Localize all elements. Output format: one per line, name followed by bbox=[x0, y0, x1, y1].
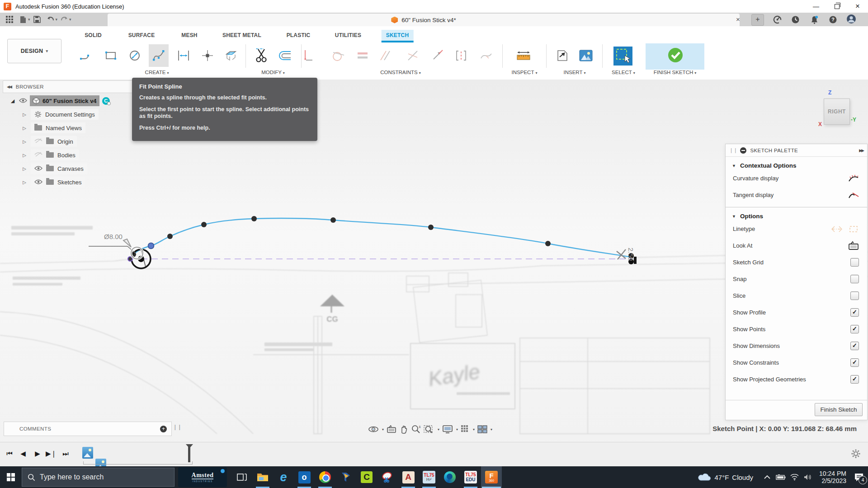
snap-checkbox[interactable] bbox=[850, 275, 859, 283]
taskbar-app-c[interactable]: C bbox=[356, 466, 377, 488]
row-look-at[interactable]: Look At bbox=[726, 237, 867, 254]
slice-checkbox[interactable] bbox=[850, 291, 859, 300]
grid-snap-caret-icon[interactable]: ▾ bbox=[473, 427, 475, 432]
show-profile-checkbox[interactable]: ✓ bbox=[850, 308, 859, 317]
taskbar-internet-explorer[interactable]: e bbox=[273, 466, 294, 488]
save-button[interactable] bbox=[30, 14, 44, 25]
timeline-canvas-feature[interactable] bbox=[82, 447, 93, 459]
group-create[interactable]: CREATE▾ bbox=[145, 70, 169, 75]
viewports-caret-icon[interactable]: ▾ bbox=[491, 427, 492, 432]
curvature-display-icon[interactable] bbox=[848, 174, 859, 183]
diameter-dimension-label[interactable]: Ø8.00 bbox=[104, 233, 123, 240]
coincident-constraint-button[interactable] bbox=[428, 44, 447, 67]
group-modify[interactable]: MODIFY▾ bbox=[261, 70, 285, 75]
row-curvature-display[interactable]: Curvature display bbox=[726, 170, 867, 187]
parallel-constraint-button[interactable] bbox=[376, 44, 395, 67]
group-inspect[interactable]: INSPECT▾ bbox=[512, 70, 538, 75]
view-cube[interactable]: RIGHT Z X -Y bbox=[817, 89, 863, 130]
zoom-window-button[interactable] bbox=[424, 425, 434, 434]
timeline-step-forward-button[interactable]: ▶❘ bbox=[45, 448, 57, 460]
zoom-button[interactable]: ± bbox=[411, 425, 421, 434]
job-status-button[interactable] bbox=[788, 14, 802, 25]
visibility-eye-icon[interactable] bbox=[34, 179, 42, 186]
linetype-centerline-icon[interactable] bbox=[831, 225, 843, 234]
group-constraints[interactable]: CONSTRAINTS▾ bbox=[380, 70, 420, 75]
root-document-label[interactable]: 60" Fusion Stick v4 bbox=[42, 98, 97, 104]
document-tab[interactable]: 60" Fusion Stick v4* bbox=[108, 14, 740, 26]
row-show-profile[interactable]: Show Profile ✓ bbox=[726, 304, 867, 321]
restore-button[interactable] bbox=[826, 0, 847, 13]
wifi-icon[interactable] bbox=[788, 474, 801, 480]
tangent-display-icon[interactable] bbox=[848, 191, 859, 200]
action-center-button[interactable]: 4 bbox=[850, 473, 868, 482]
tab-mesh[interactable]: MESH bbox=[177, 30, 202, 41]
palette-minimize-icon[interactable] bbox=[740, 147, 746, 154]
sketch-grid-checkbox[interactable] bbox=[850, 258, 859, 267]
insert-tool-button[interactable] bbox=[552, 44, 572, 67]
row-show-projected-geometries[interactable]: Show Projected Geometries ✓ bbox=[726, 371, 867, 388]
browser-item-origin[interactable]: ▷ Origin bbox=[21, 136, 135, 147]
taskbar-fusion360[interactable]: F 360 bbox=[481, 466, 502, 488]
tray-chevron-icon[interactable] bbox=[760, 475, 774, 479]
timeline-go-to-end-button[interactable]: ⏭ bbox=[60, 448, 71, 460]
group-insert[interactable]: INSERT▾ bbox=[564, 70, 586, 75]
weather-temp[interactable]: 47°F bbox=[715, 474, 729, 481]
linetype-construction-icon[interactable] bbox=[848, 225, 859, 234]
timeline-step-back-button[interactable]: ◀ bbox=[17, 448, 29, 460]
timeline-play-button[interactable]: ▶ bbox=[32, 448, 43, 460]
display-settings-caret-icon[interactable]: ▾ bbox=[456, 427, 458, 432]
weather-cloud-icon[interactable] bbox=[695, 473, 715, 482]
palette-expand-icon[interactable]: ▶▶ bbox=[859, 148, 863, 153]
pan-button[interactable] bbox=[399, 425, 408, 434]
collapse-icon[interactable]: ▷ bbox=[21, 180, 28, 185]
browser-root-row[interactable]: ◢ 60" Fusion Stick v4 C bbox=[9, 95, 135, 107]
collinear-constraint-button[interactable] bbox=[403, 44, 422, 67]
point-tool-button[interactable] bbox=[198, 44, 217, 67]
show-constraints-checkbox[interactable]: ✓ bbox=[850, 358, 859, 367]
tab-sheet-metal[interactable]: SHEET METAL bbox=[218, 30, 266, 41]
close-button[interactable]: × bbox=[847, 0, 868, 13]
extensions-button[interactable] bbox=[770, 14, 784, 25]
insert-canvas-button[interactable] bbox=[576, 44, 596, 67]
visibility-off-icon[interactable] bbox=[34, 138, 42, 145]
dimension-tool-button[interactable] bbox=[174, 44, 193, 67]
timeline-position-marker[interactable] bbox=[188, 445, 190, 462]
group-finish-sketch[interactable]: FINISH SKETCH▾ bbox=[654, 70, 697, 75]
length-dimension-label[interactable]: 2.50 bbox=[627, 248, 635, 261]
zoom-window-caret-icon[interactable]: ▾ bbox=[438, 427, 439, 432]
project-tool-button[interactable] bbox=[221, 44, 241, 67]
palette-drag-handle[interactable]: ❘❘ bbox=[729, 147, 737, 153]
comments-bar[interactable]: COMMENTS + bbox=[4, 422, 172, 436]
visibility-eye-icon[interactable] bbox=[19, 98, 27, 104]
tab-sketch[interactable]: SKETCH bbox=[382, 30, 414, 41]
orbit-button[interactable] bbox=[368, 425, 379, 434]
orbit-caret-icon[interactable]: ▾ bbox=[382, 427, 384, 432]
redo-caret-icon[interactable]: ▾ bbox=[69, 17, 71, 22]
app-grid-menu-button[interactable] bbox=[3, 14, 16, 25]
look-at-icon[interactable] bbox=[848, 241, 859, 250]
taskbar-file-explorer[interactable] bbox=[252, 466, 273, 488]
view-cube-face[interactable]: RIGHT bbox=[824, 99, 850, 125]
row-slice[interactable]: Slice bbox=[726, 287, 867, 304]
line-tool-button[interactable] bbox=[76, 44, 96, 67]
display-settings-button[interactable] bbox=[442, 425, 453, 434]
finish-sketch-button[interactable] bbox=[646, 43, 704, 70]
row-show-dimensions[interactable]: Show Dimensions ✓ bbox=[726, 338, 867, 354]
row-tangent-display[interactable]: Tangent display bbox=[726, 187, 867, 203]
taskbar-amsted-app[interactable]: Amsted INDUSTRIES bbox=[178, 467, 227, 487]
browser-collapse-button[interactable]: ◀◀ bbox=[7, 84, 11, 89]
collapse-icon[interactable]: ▷ bbox=[21, 126, 28, 131]
visibility-eye-icon[interactable] bbox=[34, 165, 42, 172]
taskbar-pinned-app-flag[interactable] bbox=[335, 466, 356, 488]
curvature-constraint-button[interactable] bbox=[476, 44, 495, 67]
taskbar-edge[interactable] bbox=[439, 466, 460, 488]
taskbar-snipping-tool[interactable] bbox=[377, 466, 398, 488]
workspace-selector[interactable]: DESIGN ▾ bbox=[7, 39, 61, 63]
row-snap[interactable]: Snap bbox=[726, 271, 867, 287]
taskbar-clock[interactable]: 10:24 PM 2/5/2023 bbox=[819, 470, 846, 484]
circle-tool-button[interactable] bbox=[125, 44, 145, 67]
browser-item-canvases[interactable]: ▷ Canvases bbox=[21, 163, 135, 174]
collapse-icon[interactable]: ▷ bbox=[21, 153, 28, 158]
collapse-icon[interactable]: ▷ bbox=[21, 139, 28, 144]
battery-icon[interactable] bbox=[774, 474, 788, 480]
